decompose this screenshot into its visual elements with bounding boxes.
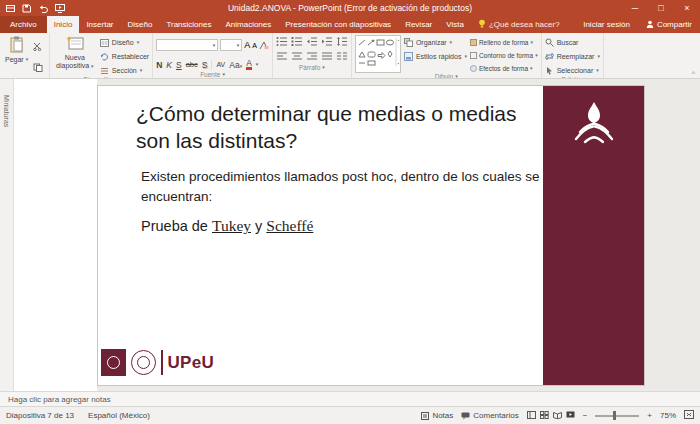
tab-transiciones[interactable]: Transiciones [159, 16, 218, 33]
tab-diseno[interactable]: Diseño [121, 16, 160, 33]
upeu-wordmark: UPeU [168, 353, 215, 373]
slide-title[interactable]: ¿Cómo determinar que medias o medias son… [136, 101, 548, 155]
copy-icon[interactable] [33, 58, 43, 76]
slide-sorter-icon[interactable] [540, 411, 549, 421]
prueba-line: Prueba de Tukey y Scheffé [141, 215, 561, 237]
zoom-in-button[interactable]: + [647, 411, 652, 420]
clear-formatting-icon[interactable] [259, 36, 269, 54]
tab-animaciones[interactable]: Animaciones [218, 16, 278, 33]
reset-button[interactable]: Restablecer [100, 51, 149, 62]
group-fuente: ▾ ▾ A A N K S abc S AV Aa▾ A ▾ [153, 33, 273, 78]
minimize-button[interactable]: ─ [622, 0, 648, 16]
italic-button[interactable]: K [166, 60, 172, 70]
zoom-out-button[interactable]: − [583, 411, 588, 420]
tab-presentacion[interactable]: Presentación con diapositivas [278, 16, 398, 33]
upeu-seal [131, 350, 156, 375]
paste-button[interactable]: Pegar▾ [3, 35, 30, 64]
notes-toggle[interactable]: Notas [421, 411, 453, 420]
change-case-button[interactable]: Aa▾ [229, 60, 242, 70]
save-icon[interactable] [22, 4, 31, 13]
comments-toggle[interactable]: Comentarios [461, 411, 518, 420]
notes-pane[interactable]: Haga clic para agregar notas [0, 391, 700, 406]
character-spacing-button[interactable]: AV [216, 61, 225, 68]
font-color-dropdown-icon[interactable]: ▾ [256, 62, 259, 67]
layout-button[interactable]: Diseño▾ [100, 37, 149, 48]
bullets-icon[interactable] [276, 36, 288, 47]
shapes-gallery[interactable] [355, 35, 401, 73]
slide-canvas[interactable]: ¿Cómo determinar que medias o medias son… [97, 85, 645, 386]
underline-button[interactable]: S [176, 60, 182, 70]
replace-button[interactable]: Reemplazar▾ [545, 51, 600, 62]
text-shadow-button[interactable]: S [202, 60, 208, 70]
select-button[interactable]: Seleccionar▾ [545, 65, 600, 76]
cut-icon[interactable] [33, 37, 43, 55]
grow-font-button[interactable]: A [244, 40, 250, 50]
shape-fill-button[interactable]: Relleno de forma▾ [470, 37, 538, 47]
columns-icon[interactable] [336, 51, 348, 62]
app-icon[interactable] [6, 4, 15, 13]
align-right-icon[interactable] [306, 51, 318, 62]
share-button[interactable]: Compartir [638, 16, 700, 33]
numbering-icon[interactable] [291, 36, 303, 47]
window-controls: ─ □ × [622, 0, 700, 16]
fit-to-window-icon[interactable] [684, 410, 694, 421]
find-button[interactable]: Buscar [545, 37, 600, 48]
prueba-prefix: Prueba de [141, 218, 212, 234]
slide-body-text[interactable]: Existen procedimientos llamados post hoc… [141, 167, 561, 238]
tab-vista[interactable]: Vista [439, 16, 471, 33]
upeu-divider [161, 350, 163, 375]
bold-button[interactable]: N [156, 60, 162, 70]
quick-styles-button[interactable]: Estilos rápidos▾ [404, 51, 467, 62]
tab-revisar[interactable]: Revisar [398, 16, 439, 33]
quick-access-toolbar [0, 4, 65, 13]
adventist-logo-icon [572, 86, 616, 385]
window-title: Unidad2.ANOVA - PowerPoint (Error de act… [0, 3, 700, 13]
group-parrafo: Párrafo▾ [273, 33, 352, 78]
thumbnails-pane-body[interactable] [14, 79, 97, 391]
align-left-icon[interactable] [276, 51, 288, 62]
zoom-slider-thumb[interactable] [613, 411, 616, 420]
thumbnails-pane[interactable]: Miniaturas [0, 79, 14, 391]
align-center-icon[interactable] [291, 51, 303, 62]
undo-icon[interactable] [38, 4, 48, 13]
group-dibujo: Organizar▾ Estilos rápidos▾ Relleno de f… [352, 33, 542, 78]
zoom-level[interactable]: 75% [660, 411, 676, 420]
shape-effects-button[interactable]: Efectos de forma▾ [470, 63, 538, 73]
section-button[interactable]: Sección▾ [100, 65, 149, 76]
tab-archivo[interactable]: Archivo [0, 16, 47, 33]
shrink-font-button[interactable]: A [252, 42, 257, 49]
sign-in-button[interactable]: Iniciar sesión [575, 16, 638, 33]
zoom-slider[interactable] [595, 415, 639, 417]
dropdown-icon: ▾ [26, 57, 29, 62]
slideshow-view-icon[interactable] [566, 411, 575, 421]
tab-inicio[interactable]: Inicio [47, 16, 80, 33]
font-name-select[interactable]: ▾ [156, 39, 218, 51]
term-scheffe: Scheffé [266, 217, 313, 234]
font-color-button[interactable]: A [246, 59, 252, 70]
collapse-ribbon-button[interactable]: ^ [692, 70, 695, 77]
line-spacing-icon[interactable] [336, 36, 348, 47]
reading-view-icon[interactable] [553, 411, 562, 421]
justify-icon[interactable] [321, 51, 333, 62]
shape-outline-button[interactable]: Contorno de forma▾ [470, 50, 538, 60]
decrease-indent-icon[interactable] [306, 36, 318, 47]
dialog-launcher-icon[interactable]: ▾ [322, 65, 325, 70]
ribbon-tab-bar: Archivo Inicio Insertar Diseño Transicio… [0, 16, 700, 33]
upeu-logo: UPeU [101, 349, 214, 376]
strikethrough-button[interactable]: abc [186, 60, 198, 69]
increase-indent-icon[interactable] [321, 36, 333, 47]
font-size-select[interactable]: ▾ [220, 39, 242, 51]
tab-insertar[interactable]: Insertar [79, 16, 120, 33]
person-icon [646, 20, 654, 30]
tell-me-box[interactable]: ¿Qué desea hacer? [471, 16, 567, 33]
dialog-launcher-icon[interactable]: ▾ [222, 72, 225, 77]
language-indicator[interactable]: Español (México) [88, 411, 150, 420]
start-slideshow-icon[interactable] [55, 4, 65, 13]
maximize-button[interactable]: □ [648, 0, 674, 16]
normal-view-icon[interactable] [527, 411, 536, 421]
close-button[interactable]: × [674, 0, 700, 16]
conjunction: y [251, 218, 266, 234]
arrange-button[interactable]: Organizar▾ [404, 37, 467, 48]
view-buttons [527, 411, 575, 421]
new-slide-button[interactable]: Nueva diapositiva ▾ [53, 35, 97, 71]
